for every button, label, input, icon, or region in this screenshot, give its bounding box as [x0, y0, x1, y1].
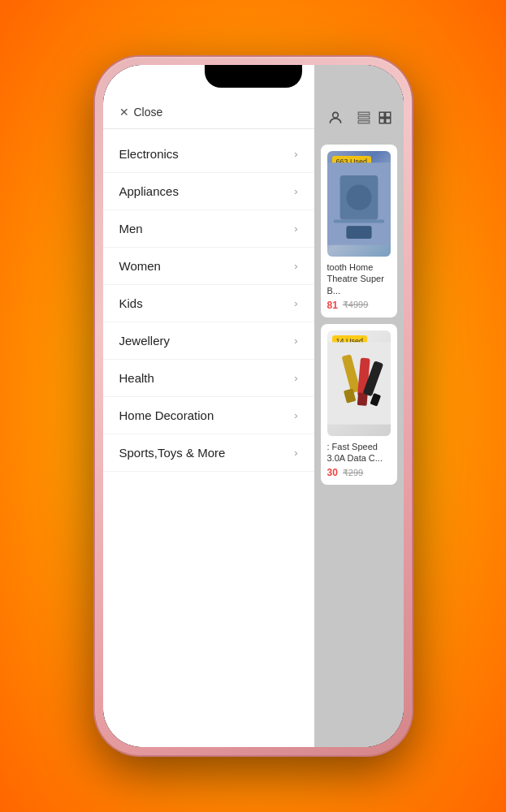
phone-outer: ✕ Close Electronics › Appliances › Men: [95, 57, 412, 755]
menu-item-women[interactable]: Women ›: [103, 248, 314, 285]
product-card[interactable]: 663 Used tooth Home Theatre Super B... 8…: [321, 145, 397, 317]
menu-item-label: Home Decoration: [119, 408, 214, 422]
svg-rect-10: [346, 226, 371, 239]
menu-item-kids[interactable]: Kids ›: [103, 285, 314, 322]
chevron-right-icon: ›: [294, 260, 297, 272]
menu-item-home-decoration[interactable]: Home Decoration ›: [103, 397, 314, 434]
menu-item-appliances[interactable]: Appliances ›: [103, 173, 314, 210]
menu-item-label: Appliances: [119, 184, 179, 198]
price-original: ₹4999: [343, 300, 368, 310]
close-x-icon: ✕: [119, 106, 129, 119]
product-image: 14 Used: [327, 330, 391, 436]
product-image: 663 Used: [327, 151, 391, 257]
close-label: Close: [134, 106, 163, 119]
notch: [205, 65, 302, 88]
price-current: 30: [327, 467, 338, 478]
menu-item-label: Sports,Toys & More: [119, 446, 226, 460]
phone-inner: ✕ Close Electronics › Appliances › Men: [103, 65, 404, 747]
price-row: 30 ₹299: [327, 467, 391, 478]
chevron-right-icon: ›: [294, 335, 297, 347]
svg-rect-12: [333, 220, 383, 223]
menu-item-health[interactable]: Health ›: [103, 360, 314, 397]
menu-item-label: Jewellery: [119, 334, 171, 348]
menu-item-label: Health: [119, 371, 154, 385]
menu-item-label: Women: [119, 259, 161, 273]
product-title: : Fast Speed 3.0A Data C...: [327, 441, 391, 464]
phone-screen: ✕ Close Electronics › Appliances › Men: [103, 65, 404, 747]
menu-item-jewellery[interactable]: Jewellery ›: [103, 322, 314, 360]
svg-point-11: [346, 185, 371, 210]
content-panel: 663 Used tooth Home Theatre Super B... 8…: [314, 65, 404, 747]
price-row: 81 ₹4999: [327, 300, 391, 311]
menu-item-label: Kids: [119, 296, 143, 310]
menu-item-men[interactable]: Men ›: [103, 210, 314, 248]
price-original: ₹299: [343, 468, 363, 478]
chevron-right-icon: ›: [294, 372, 297, 384]
chevron-right-icon: ›: [294, 148, 297, 160]
close-button[interactable]: ✕ Close: [119, 106, 163, 119]
chevron-right-icon: ›: [294, 222, 297, 235]
menu-list: Electronics › Appliances › Men › Women ›: [103, 129, 314, 747]
chevron-right-icon: ›: [294, 185, 297, 197]
price-current: 81: [327, 300, 338, 311]
menu-item-electronics[interactable]: Electronics ›: [103, 136, 314, 173]
chevron-right-icon: ›: [294, 297, 297, 309]
menu-item-label: Men: [119, 222, 143, 235]
product-title: tooth Home Theatre Super B...: [327, 261, 391, 296]
menu-item-sports-toys[interactable]: Sports,Toys & More ›: [103, 434, 314, 472]
chevron-right-icon: ›: [294, 447, 297, 459]
product-card[interactable]: 14 Used: [321, 324, 397, 486]
menu-item-label: Electronics: [119, 147, 179, 161]
chevron-right-icon: ›: [294, 409, 297, 421]
navigation-drawer: ✕ Close Electronics › Appliances › Men: [103, 65, 314, 747]
